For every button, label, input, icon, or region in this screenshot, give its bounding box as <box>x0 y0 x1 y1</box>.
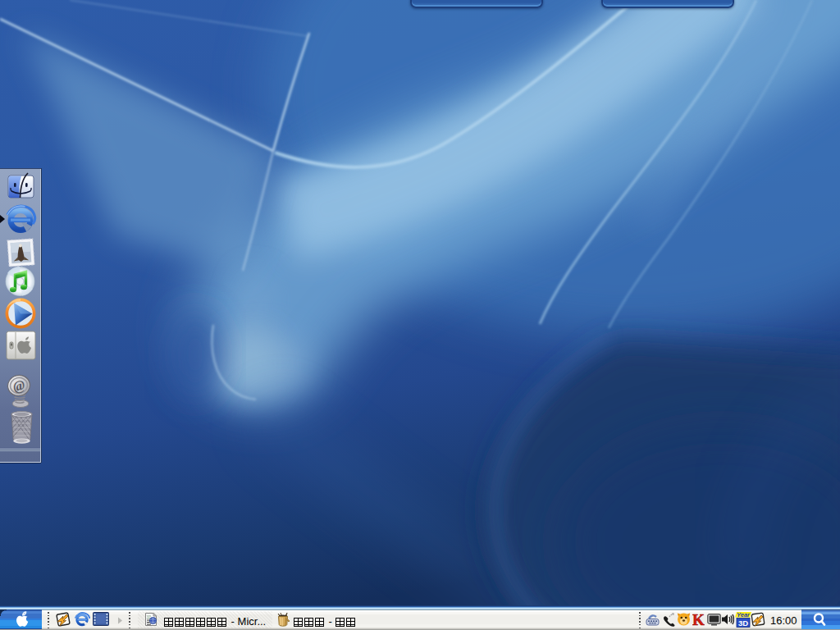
svg-text:3D: 3D <box>738 619 748 628</box>
svg-text:K: K <box>692 611 705 627</box>
